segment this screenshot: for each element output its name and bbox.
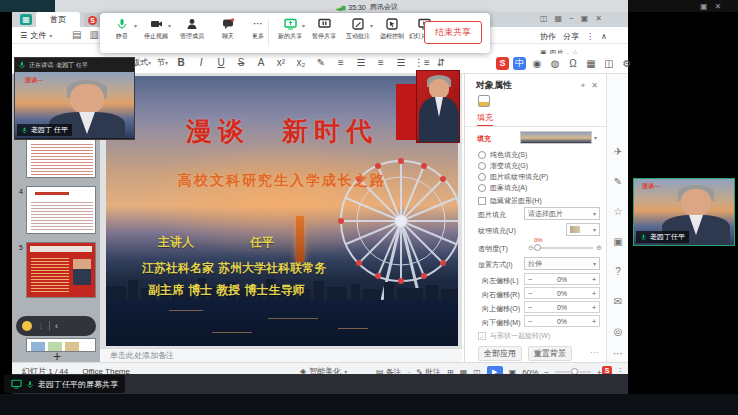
collaborate-button[interactable]: 协作	[540, 31, 556, 42]
apply-all-button[interactable]: 全部应用	[478, 346, 522, 361]
slide-credential-line[interactable]: 江苏社科名家 苏州大学社科联常务	[142, 260, 326, 277]
mail-icon[interactable]: ✉	[612, 296, 624, 307]
file-menu[interactable]: ☰ 文件 ▾	[20, 30, 52, 41]
panel-more-icon[interactable]: ⋯	[590, 348, 598, 357]
panel-tab-fill[interactable]: 填充	[477, 112, 493, 127]
italic-button[interactable]: I	[194, 57, 208, 68]
radio-picture-fill[interactable]: 图片或纹理填充(P)	[478, 172, 548, 182]
more-vertical-icon[interactable]: ⋮	[37, 322, 44, 330]
zoom-slider[interactable]	[555, 371, 591, 373]
restore-icon[interactable]: ▣	[581, 14, 589, 23]
close-icon[interactable]: ✕	[715, 2, 722, 11]
airplane-icon[interactable]: ✈	[612, 146, 624, 157]
justify-icon[interactable]: ☰	[394, 57, 408, 68]
align-right-icon[interactable]: ≡	[374, 57, 388, 68]
placement-select[interactable]: 拉伸▾	[524, 257, 600, 270]
restore-icon[interactable]: ▣	[700, 2, 708, 11]
slide-credential-line2[interactable]: 副主席 博士 教授 博士生导师	[148, 282, 305, 299]
bold-button[interactable]: B	[174, 57, 188, 68]
checkbox-hide-background[interactable]: 隐藏背景图形(H)	[478, 196, 542, 206]
symbol-omega-icon[interactable]: Ω	[566, 58, 580, 69]
copy-panes-icon[interactable]: ▣	[612, 236, 624, 247]
slide-thumbnail-5[interactable]	[26, 242, 96, 298]
smiley-icon[interactable]	[22, 321, 32, 331]
table-icon[interactable]: ▦	[584, 58, 598, 69]
pause-share-button[interactable]: 暂停共享	[308, 18, 340, 41]
window-icon[interactable]: ◫	[602, 58, 616, 69]
wps-hotspot-icon[interactable]: S	[496, 57, 509, 70]
share-banner[interactable]: 老园丁任平的屏幕共享	[4, 375, 125, 393]
radio-pattern-fill[interactable]: 图案填充(A)	[478, 183, 527, 193]
manage-members-button[interactable]: 管理成员	[176, 18, 208, 41]
radio-gradient-fill[interactable]: 渐变填充(G)	[478, 161, 528, 171]
slide-thumbnail-4[interactable]	[26, 186, 96, 234]
end-share-button[interactable]: 结束共享	[424, 21, 482, 44]
skin-icon[interactable]: ◫	[540, 14, 548, 23]
underline-button[interactable]: U	[214, 57, 228, 68]
picture-fill-select[interactable]: 请选择图片▾	[524, 207, 600, 220]
record-icon[interactable]: ◉	[530, 58, 544, 69]
speaker-photo[interactable]	[416, 70, 460, 143]
mute-caret-icon[interactable]: ▾	[134, 22, 137, 29]
texture-fill-select[interactable]: ▾	[566, 223, 600, 236]
settings-gear-icon[interactable]: ⚙	[620, 58, 634, 69]
slide-subtitle[interactable]: 高校文科研究生入学成长之路	[106, 172, 458, 190]
close-panel-icon[interactable]: ✕	[591, 81, 598, 90]
checkbox-rotate-with-shape[interactable]: ✓ 与形状一起旋转(W)	[478, 331, 550, 341]
export-icon[interactable]: ▥	[89, 29, 98, 40]
transparency-slider[interactable]: ⊖ ⊕	[528, 244, 602, 252]
tab-home[interactable]: 首页	[36, 12, 80, 27]
subscript-button[interactable]: x₂	[294, 57, 308, 68]
strikethrough-button[interactable]: S	[234, 57, 248, 68]
star-favorites-icon[interactable]: ☆	[612, 206, 624, 217]
fill-preview-dropdown[interactable]: ▾	[520, 131, 597, 144]
fill-bucket-icon[interactable]	[478, 95, 490, 107]
save-icon[interactable]: ▤	[72, 29, 81, 40]
offset-left-stepper[interactable]: −0%+	[524, 273, 600, 285]
layout-grid-icon[interactable]: ▦	[555, 14, 563, 23]
chat-button[interactable]: 聊天	[212, 18, 244, 41]
section-dropdown[interactable]: 节▾	[157, 57, 168, 68]
collapse-ribbon-icon[interactable]: ∧	[601, 32, 607, 41]
more-horizontal-icon[interactable]: ⋯	[612, 348, 624, 359]
add-slide-button[interactable]: +	[50, 350, 64, 362]
remote-control-button[interactable]: 远程控制	[376, 18, 408, 41]
offset-down-stepper[interactable]: −0%+	[524, 315, 600, 327]
slide-speaker-line[interactable]: 主讲人任平	[158, 234, 274, 251]
close-icon[interactable]: ✕	[595, 14, 602, 23]
more-button[interactable]: ⋯ 更多	[242, 18, 274, 41]
line-spacing-icon[interactable]: ⇵	[434, 57, 448, 68]
minimize-icon[interactable]: −	[569, 14, 574, 23]
meeting-timer-bar[interactable]: ▂▄▆ 35:30 腾讯会议	[336, 2, 398, 12]
wps-logo-icon[interactable]: ▦	[20, 14, 32, 25]
share-caret-icon[interactable]: ▾	[302, 22, 305, 29]
floating-video-window[interactable]: 漫谈— 老园丁任平	[633, 178, 735, 246]
target-icon[interactable]: ◎	[612, 326, 624, 337]
bullet-list-icon[interactable]: ⋮≡	[414, 57, 428, 68]
minus-circle-icon[interactable]: ⊖	[528, 244, 534, 252]
help-icon[interactable]: ?	[612, 266, 624, 277]
highlight-button[interactable]: ✎	[314, 57, 328, 68]
collapse-pill-icon[interactable]: ‹	[55, 321, 58, 331]
reset-background-button[interactable]: 重置背景	[528, 346, 572, 361]
align-center-icon[interactable]: ☰	[354, 57, 368, 68]
font-color-button[interactable]: A	[254, 57, 268, 68]
radio-solid-fill[interactable]: 纯色填充(S)	[478, 150, 527, 160]
voice-icon[interactable]: ◍	[548, 58, 562, 69]
align-left-icon[interactable]: ≡	[334, 57, 348, 68]
pin-icon[interactable]: ⌖	[581, 81, 586, 91]
share-button[interactable]: 分享	[563, 31, 579, 42]
annotate-caret-icon[interactable]: ▾	[370, 22, 373, 29]
offset-right-stepper[interactable]: −0%+	[524, 287, 600, 299]
offset-up-stepper[interactable]: −0%+	[524, 301, 600, 313]
more-vertical-icon[interactable]: ⋮	[586, 32, 594, 41]
speaking-video-panel[interactable]: 正在讲话: 老园丁 任平 漫谈— 老园丁 任平	[14, 57, 135, 140]
edit-pen-icon[interactable]: ✎	[612, 176, 624, 187]
notes-bar[interactable]: 单击此处添加备注	[100, 348, 462, 362]
emoji-reaction-pill[interactable]: ⋮ ‹	[16, 316, 96, 336]
superscript-button[interactable]: x²	[274, 57, 288, 68]
slider-knob[interactable]	[534, 244, 541, 251]
plus-circle-icon[interactable]: ⊕	[596, 244, 602, 252]
video-caret-icon[interactable]: ▾	[168, 22, 171, 29]
translate-icon[interactable]: 中	[513, 57, 526, 70]
